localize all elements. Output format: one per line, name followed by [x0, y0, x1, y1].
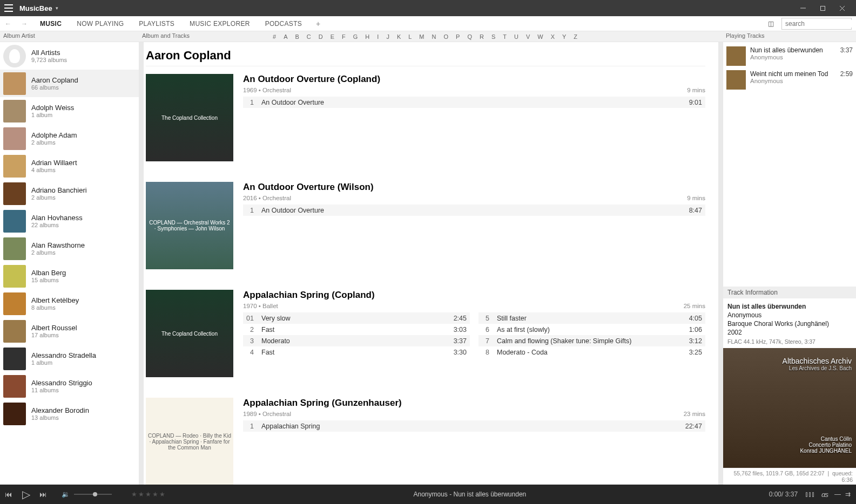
playing-tracks-list[interactable]: Nun ist alles überwundenAnonymous3:37Wei…	[723, 42, 856, 94]
shuffle-icon[interactable]: ⇉	[845, 491, 851, 498]
album-title[interactable]: Appalachian Spring (Gunzenhauser)	[243, 398, 705, 408]
artist-row[interactable]: Adolph Weiss1 album	[0, 97, 139, 125]
alpha-jump[interactable]: S	[491, 33, 495, 40]
alpha-jump[interactable]: I	[377, 33, 379, 40]
alpha-jump[interactable]: H	[365, 33, 369, 40]
artist-thumb	[3, 265, 26, 288]
alpha-jump[interactable]: O	[443, 33, 448, 40]
artist-row[interactable]: Alan Rawsthorne2 albums	[0, 235, 139, 262]
track-row[interactable]: 6As at first (slowly)1:06	[478, 324, 705, 335]
col-header-album-tracks[interactable]: Album and Tracks	[139, 31, 263, 42]
track-row[interactable]: 1An Outdoor Overture9:01	[243, 97, 705, 108]
search-box[interactable]: ⌕	[781, 18, 852, 30]
nav-forward-icon[interactable]: →	[16, 20, 32, 28]
nav-tab-now-playing[interactable]: NOW PLAYING	[69, 16, 131, 31]
pane-splitter-right[interactable]	[718, 42, 723, 485]
track-row[interactable]: 01Very slow2:45	[243, 312, 470, 324]
alpha-jump[interactable]: L	[408, 33, 412, 40]
maximize-button[interactable]	[813, 0, 832, 16]
nav-tab-music[interactable]: MUSIC	[32, 16, 69, 31]
artist-row[interactable]: Aaron Copland66 albums	[0, 70, 139, 97]
alpha-jump[interactable]: J	[386, 33, 389, 40]
now-playing-artwork[interactable]: Altbachisches Archiv Les Archives de J.S…	[723, 348, 856, 468]
artist-row[interactable]: Alexander Borodin13 albums	[0, 400, 139, 427]
artist-row[interactable]: Albert Ketèlbey8 albums	[0, 290, 139, 317]
alpha-jump[interactable]: E	[331, 33, 334, 40]
close-button[interactable]	[832, 0, 852, 16]
artist-row[interactable]: Adolphe Adam2 albums	[0, 125, 139, 152]
nav-back-icon[interactable]: ←	[0, 20, 16, 28]
album-artwork[interactable]: The Copland Collection	[146, 74, 233, 161]
title-dropdown-icon[interactable]: ▾	[56, 5, 58, 11]
artwork-title: Altbachisches Archiv	[783, 357, 852, 365]
artist-row[interactable]: All Artists9,723 albums	[0, 42, 139, 70]
alpha-jump[interactable]: Q	[467, 33, 472, 40]
album-title[interactable]: An Outdoor Overture (Wilson)	[243, 182, 705, 193]
artist-row[interactable]: Alessandro Stradella1 album	[0, 345, 139, 372]
playing-track-row[interactable]: Nun ist alles überwundenAnonymous3:37	[726, 44, 853, 68]
alpha-jump[interactable]: #	[273, 33, 276, 40]
artist-sidebar[interactable]: All Artists9,723 albumsAaron Copland66 a…	[0, 42, 139, 485]
album-artwork[interactable]: The Copland Collection	[146, 290, 233, 377]
hamburger-icon[interactable]	[4, 4, 13, 12]
track-row[interactable]: 1Appalachian Spring22:47	[243, 420, 705, 432]
equalizer-icon[interactable]: ⫿⫿⫿	[805, 491, 815, 498]
alpha-jump[interactable]: T	[503, 33, 507, 40]
repeat-icon[interactable]: —	[834, 491, 841, 498]
alpha-jump[interactable]: B	[295, 33, 299, 40]
playing-track-row[interactable]: Weint nicht um meinen TodAnonymous2:59	[726, 68, 853, 92]
nav-tab-music-explorer[interactable]: MUSIC EXPLORER	[182, 16, 258, 31]
alpha-jump[interactable]: V	[526, 33, 530, 40]
rating-stars[interactable]: ★★★★★	[131, 491, 166, 498]
album-title[interactable]: An Outdoor Overture (Copland)	[243, 74, 705, 85]
alpha-jump[interactable]: X	[551, 33, 555, 40]
artist-row[interactable]: Alan Hovhaness22 albums	[0, 207, 139, 235]
alpha-jump[interactable]: D	[319, 33, 323, 40]
nav-tab-podcasts[interactable]: PODCASTS	[258, 16, 309, 31]
album-title[interactable]: Appalachian Spring (Copland)	[243, 290, 705, 301]
search-input[interactable]	[782, 20, 856, 28]
track-row[interactable]: 7Calm and flowing (Shaker tune: Simple G…	[478, 335, 705, 346]
artist-row[interactable]: Alban Berg15 albums	[0, 262, 139, 290]
alpha-jump[interactable]: A	[284, 33, 287, 40]
alpha-jump[interactable]: R	[480, 33, 484, 40]
alpha-jump[interactable]: F	[342, 33, 346, 40]
track-row[interactable]: 1An Outdoor Overture8:47	[243, 205, 705, 216]
alpha-jump[interactable]: W	[537, 33, 543, 40]
lastfm-icon[interactable]: αs	[821, 491, 828, 499]
alpha-jump[interactable]: Z	[574, 33, 577, 40]
alpha-jump[interactable]: N	[432, 33, 436, 40]
artist-row[interactable]: Adrian Willaert4 albums	[0, 152, 139, 180]
track-row[interactable]: 3Moderato3:37	[243, 335, 470, 346]
volume-icon[interactable]: 🔉	[62, 491, 70, 498]
alpha-jump[interactable]: U	[514, 33, 518, 40]
prev-track-button[interactable]: ⏮	[0, 490, 17, 499]
alpha-jump[interactable]: C	[307, 33, 311, 40]
alpha-jump[interactable]: K	[397, 33, 401, 40]
artist-row[interactable]: Albert Roussel17 albums	[0, 317, 139, 345]
layout-icon[interactable]: ◫	[763, 20, 778, 28]
volume-control[interactable]: 🔉	[62, 491, 112, 498]
track-row[interactable]: 5Still faster4:05	[478, 312, 705, 324]
nav-tab-playlists[interactable]: PLAYLISTS	[131, 16, 182, 31]
col-header-album-artist[interactable]: Album Artist	[0, 31, 139, 42]
track-row[interactable]: 2Fast3:03	[243, 324, 470, 335]
track-row[interactable]: 4Fast3:30	[243, 346, 470, 358]
add-tab-button[interactable]: +	[309, 19, 327, 28]
alpha-jump[interactable]: G	[353, 33, 358, 40]
track-row[interactable]: 8Moderato - Coda3:25	[478, 346, 705, 358]
minimize-button[interactable]	[793, 0, 813, 16]
play-button[interactable]: ▷	[17, 488, 35, 501]
next-track-button[interactable]: ⏭	[35, 490, 52, 499]
artist-row[interactable]: Alessandro Striggio11 albums	[0, 372, 139, 400]
pane-splitter-left[interactable]	[139, 42, 144, 485]
artist-row[interactable]: Adriano Banchieri2 albums	[0, 180, 139, 207]
album-artwork[interactable]: COPLAND — Rodeo · Billy the Kid · Appala…	[146, 398, 233, 485]
album-artwork[interactable]: COPLAND — Orchestral Works 2 · Symphonie…	[146, 182, 233, 269]
columns-header: Album Artist Album and Tracks #ABCDEFGHI…	[0, 31, 856, 42]
alpha-jump[interactable]: P	[456, 33, 460, 40]
alpha-jump[interactable]: M	[419, 33, 424, 40]
alpha-jump[interactable]: Y	[562, 33, 566, 40]
volume-slider[interactable]	[74, 494, 112, 495]
col-header-playing-tracks[interactable]: Playing Tracks	[723, 31, 856, 42]
